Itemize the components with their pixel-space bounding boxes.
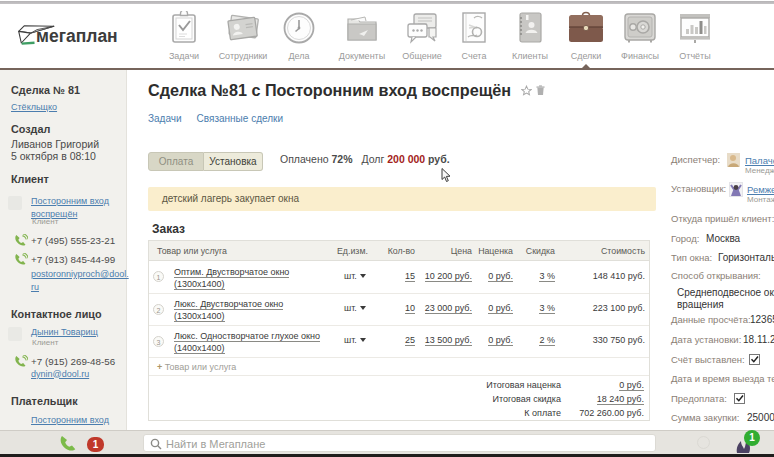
- svg-text:мегаплан: мегаплан: [36, 26, 118, 46]
